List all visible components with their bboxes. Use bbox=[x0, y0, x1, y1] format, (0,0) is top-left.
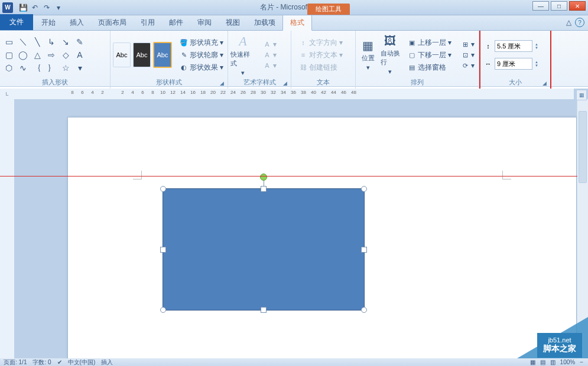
shape-arrow-icon[interactable]: ⇨ bbox=[45, 49, 58, 61]
status-proof-icon[interactable]: ✔ bbox=[57, 359, 62, 365]
rotate-button[interactable]: ⟳▾ bbox=[459, 60, 476, 71]
undo-icon[interactable]: ↶ bbox=[30, 2, 40, 13]
horizontal-ruler[interactable]: 8642246810121416182022242628303234363840… bbox=[14, 89, 574, 100]
resize-handle-w[interactable] bbox=[160, 247, 166, 253]
shape-connector-icon[interactable]: ↳ bbox=[45, 36, 58, 48]
shape-triangle-icon[interactable]: △ bbox=[31, 49, 44, 61]
tab-file[interactable]: 文件 bbox=[0, 14, 33, 30]
shape-effects-button[interactable]: ◐形状效果 ▾ bbox=[178, 61, 225, 74]
resize-handle-se[interactable] bbox=[361, 307, 367, 313]
bring-forward-button[interactable]: ▣上移一层 ▾ bbox=[406, 37, 453, 49]
resize-handle-e[interactable] bbox=[361, 247, 367, 253]
quick-access-toolbar: 💾 ↶ ↷ ▾ bbox=[18, 2, 64, 13]
shape-hex-icon[interactable]: ⬡ bbox=[2, 62, 15, 74]
title-bar: W 💾 ↶ ↷ ▾ 名片 - Microsoft Word 绘图工具 — □ ✕ bbox=[0, 0, 588, 15]
view-print-icon[interactable]: ▦ bbox=[530, 359, 535, 365]
wrap-text-button[interactable]: 🖼自动换行▾ bbox=[381, 37, 401, 73]
shape-curve-icon[interactable]: ∿ bbox=[17, 62, 30, 74]
gallery-more-icon[interactable]: ▾ bbox=[73, 62, 86, 74]
resize-handle-ne[interactable] bbox=[361, 186, 367, 192]
text-direction-button[interactable]: ↕文字方向 ▾ bbox=[297, 37, 345, 49]
tab-addins[interactable]: 加载项 bbox=[247, 15, 282, 30]
shape-oval-icon[interactable]: ◯ bbox=[17, 49, 30, 61]
shape-outline-button[interactable]: ✎形状轮廓 ▾ bbox=[178, 49, 225, 61]
help-icon[interactable]: ? bbox=[575, 18, 584, 27]
ruler-corner[interactable]: L bbox=[0, 89, 15, 100]
style-preset-3[interactable]: Abc bbox=[153, 42, 172, 68]
resize-handle-s[interactable] bbox=[261, 307, 267, 313]
minimize-ribbon-icon[interactable]: △ bbox=[566, 18, 571, 27]
dialog-launcher-icon[interactable]: ◢ bbox=[218, 80, 225, 87]
resize-handle-n[interactable] bbox=[261, 186, 267, 192]
save-icon[interactable]: 💾 bbox=[18, 2, 28, 13]
text-effects-icon: A bbox=[263, 61, 271, 70]
tab-mailings[interactable]: 邮件 bbox=[162, 15, 190, 30]
position-button[interactable]: ▦位置▾ bbox=[358, 37, 378, 73]
dialog-launcher-icon[interactable]: ◢ bbox=[281, 80, 288, 87]
view-web-icon[interactable]: ▥ bbox=[550, 359, 555, 365]
status-mode[interactable]: 插入 bbox=[101, 358, 113, 367]
width-spinner[interactable]: ▲▼ bbox=[535, 60, 538, 67]
zoom-value[interactable]: 100% bbox=[560, 359, 576, 365]
tab-home[interactable]: 开始 bbox=[34, 15, 63, 30]
text-fill-button[interactable]: A▾ bbox=[261, 39, 278, 50]
selection-pane-button[interactable]: ▤选择窗格 bbox=[406, 61, 453, 74]
view-read-icon[interactable]: ▤ bbox=[540, 359, 545, 365]
shape-brace-icon[interactable]: ｛ bbox=[31, 62, 44, 74]
maximize-button[interactable]: □ bbox=[551, 1, 567, 11]
height-spinner[interactable]: ▲▼ bbox=[535, 43, 538, 50]
zoom-out-icon[interactable]: − bbox=[580, 359, 583, 365]
textbox-icon[interactable]: A bbox=[73, 49, 86, 61]
shape-line2-icon[interactable]: ╲ bbox=[31, 36, 44, 48]
create-link-button[interactable]: ⛓创建链接 bbox=[297, 61, 345, 74]
minimize-button[interactable]: — bbox=[532, 1, 549, 11]
edit-shape-icon[interactable]: ✎ bbox=[73, 36, 86, 48]
send-backward-button[interactable]: ▢下移一层 ▾ bbox=[406, 49, 453, 61]
shape-diamond-icon[interactable]: ◇ bbox=[59, 49, 72, 61]
page[interactable] bbox=[67, 117, 577, 358]
selected-rectangle-shape[interactable] bbox=[163, 188, 365, 311]
resize-handle-nw[interactable] bbox=[160, 186, 166, 192]
tab-references[interactable]: 引用 bbox=[134, 15, 162, 30]
resize-handle-sw[interactable] bbox=[160, 307, 166, 313]
align-button[interactable]: ⊞▾ bbox=[459, 39, 476, 50]
document-area[interactable] bbox=[14, 99, 577, 358]
tab-review[interactable]: 审阅 bbox=[190, 15, 219, 30]
status-page[interactable]: 页面: 1/1 bbox=[4, 358, 27, 367]
shape-gallery[interactable]: ▭ ＼ ╲ ↳ ↘ ✎ ▢ ◯ △ ⇨ ◇ A ⬡ ∿ ｛ ｝ ☆ ▾ bbox=[2, 36, 86, 74]
link-icon: ⛓ bbox=[299, 63, 307, 71]
tab-format[interactable]: 格式 bbox=[282, 15, 312, 31]
quick-styles-button[interactable]: A 快速样式▾ bbox=[230, 37, 255, 73]
style-preset-1[interactable]: Abc bbox=[113, 43, 131, 67]
vertical-ruler[interactable] bbox=[0, 99, 15, 358]
shape-fill-button[interactable]: 🪣形状填充 ▾ bbox=[178, 37, 225, 49]
text-effects-button[interactable]: A▾ bbox=[261, 60, 278, 71]
shape-height-input[interactable] bbox=[495, 40, 532, 52]
status-lang[interactable]: 中文(中国) bbox=[68, 358, 96, 367]
shape-textbox-icon[interactable]: ▭ bbox=[2, 36, 15, 48]
scrollbar-thumb[interactable] bbox=[579, 111, 587, 183]
redo-icon[interactable]: ↷ bbox=[41, 2, 52, 13]
align-text-button[interactable]: ≡对齐文本 ▾ bbox=[297, 49, 345, 61]
tab-page-layout[interactable]: 页面布局 bbox=[91, 15, 134, 30]
tab-view[interactable]: 视图 bbox=[219, 15, 247, 30]
help-area: △ ? bbox=[566, 18, 584, 27]
vertical-scrollbar[interactable] bbox=[577, 99, 588, 358]
ruler-toggle-icon[interactable]: ▦ bbox=[576, 90, 587, 100]
style-preset-2[interactable]: Abc bbox=[133, 43, 151, 67]
text-outline-button[interactable]: A▾ bbox=[261, 50, 278, 60]
status-words[interactable]: 字数: 0 bbox=[33, 358, 51, 367]
tab-insert[interactable]: 插入 bbox=[63, 15, 91, 30]
shape-connector2-icon[interactable]: ↘ bbox=[59, 36, 72, 48]
close-button[interactable]: ✕ bbox=[569, 1, 586, 11]
group-button[interactable]: ⊡▾ bbox=[459, 50, 476, 60]
qat-dropdown-icon[interactable]: ▾ bbox=[53, 2, 64, 13]
dialog-launcher-icon[interactable]: ◢ bbox=[541, 80, 548, 87]
shape-rect-icon[interactable]: ▢ bbox=[2, 49, 15, 61]
shape-brace2-icon[interactable]: ｝ bbox=[45, 62, 58, 74]
rotation-handle[interactable] bbox=[260, 174, 267, 181]
shape-line-icon[interactable]: ＼ bbox=[17, 36, 30, 48]
shape-width-input[interactable] bbox=[495, 58, 532, 70]
shape-star-icon[interactable]: ☆ bbox=[59, 62, 72, 74]
width-input-row: ↔ ▲▼ bbox=[484, 58, 538, 70]
